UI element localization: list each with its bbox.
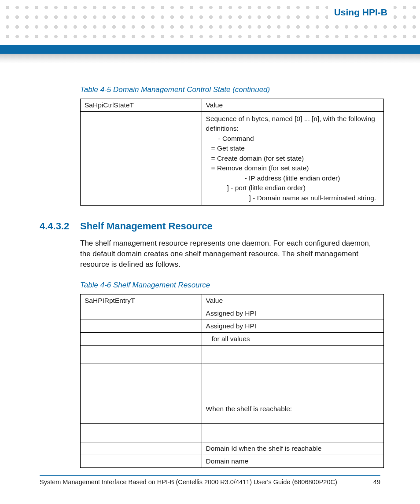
table-row (81, 345, 384, 364)
cell-line-text: ] - Domain name as null-terminated strin… (249, 194, 376, 202)
chapter-title: Using HPI-B (334, 7, 387, 17)
table-cell: for all values (202, 332, 383, 345)
chapter-title-wrap: Using HPI-B (328, 5, 394, 19)
table-cell: Sequence of n bytes, named [0] ... [n], … (202, 112, 383, 206)
table-header-cell: SaHpiCtrlStateT (81, 99, 202, 112)
table-cell (81, 442, 202, 455)
table-cell (81, 320, 202, 332)
cell-line: = Remove domain (for set state) (206, 163, 379, 173)
table-row: SaHPIRptEntryT Value (81, 294, 384, 307)
table-cell: Domain name (202, 455, 383, 467)
table-row: SaHpiCtrlStateT Value (81, 99, 384, 112)
page-content: Table 4-5 Domain Management Control Stat… (0, 75, 420, 468)
table-4-6-caption: Table 4-6 Shelf Management Resource (80, 281, 380, 290)
header-grey-shadow (0, 54, 420, 63)
cell-line: ] - port (little endian order) (206, 183, 379, 193)
table-cell: When the shelf is reachable: (202, 364, 383, 423)
table-cell: Domain Id when the shelf is reachable (202, 442, 383, 455)
cell-line: = Create domain (for set state) (206, 154, 379, 163)
section-paragraph: The shelf management resource represents… (80, 238, 380, 270)
footer-rule (40, 475, 380, 476)
table-cell (81, 364, 202, 423)
cell-line: = Get state (206, 143, 379, 153)
table-cell (81, 332, 202, 345)
section-heading: 4.4.3.2 Shelf Management Resource (40, 221, 380, 232)
section-title: Shelf Management Resource (80, 221, 213, 232)
table-4-6: SaHPIRptEntryT Value Assigned by HPI Ass… (80, 294, 384, 468)
table-4-5: SaHpiCtrlStateT Value Sequence of n byte… (80, 99, 384, 206)
header-blue-bar (0, 45, 420, 54)
table-row (81, 423, 384, 442)
table-row: Sequence of n bytes, named [0] ... [n], … (81, 112, 384, 206)
table-header-cell: SaHPIRptEntryT (81, 294, 202, 307)
table-row: Assigned by HPI (81, 320, 384, 332)
table-cell: Assigned by HPI (202, 307, 383, 320)
table-row: Domain Id when the shelf is reachable (81, 442, 384, 455)
table-header-cell: Value (202, 294, 383, 307)
table-cell: Assigned by HPI (202, 320, 383, 332)
table-row: When the shelf is reachable: (81, 364, 384, 423)
table-cell (81, 112, 202, 206)
table-cell (202, 423, 383, 442)
page-footer: System Management Interface Based on HPI… (40, 475, 380, 486)
table-cell (81, 455, 202, 467)
table-row: for all values (81, 332, 384, 345)
cell-line: Sequence of n bytes, named [0] ... [n], … (206, 115, 375, 132)
table-cell (202, 345, 383, 364)
footer-doc-title: System Management Interface Based on HPI… (40, 478, 337, 486)
table-cell (81, 423, 202, 442)
section-number: 4.4.3.2 (40, 221, 80, 232)
table-4-5-caption: Table 4-5 Domain Management Control Stat… (80, 85, 380, 94)
table-cell (81, 345, 202, 364)
table-cell (81, 307, 202, 320)
table-header-cell: Value (202, 99, 383, 112)
cell-line: - Command (206, 134, 379, 143)
table-row: Domain name (81, 455, 384, 467)
cell-line: - IP address (little endian order) (206, 173, 379, 183)
footer-page-number: 49 (373, 478, 380, 486)
cell-line: ] - Domain name as null-terminated strin… (206, 193, 379, 203)
table-row: Assigned by HPI (81, 307, 384, 320)
